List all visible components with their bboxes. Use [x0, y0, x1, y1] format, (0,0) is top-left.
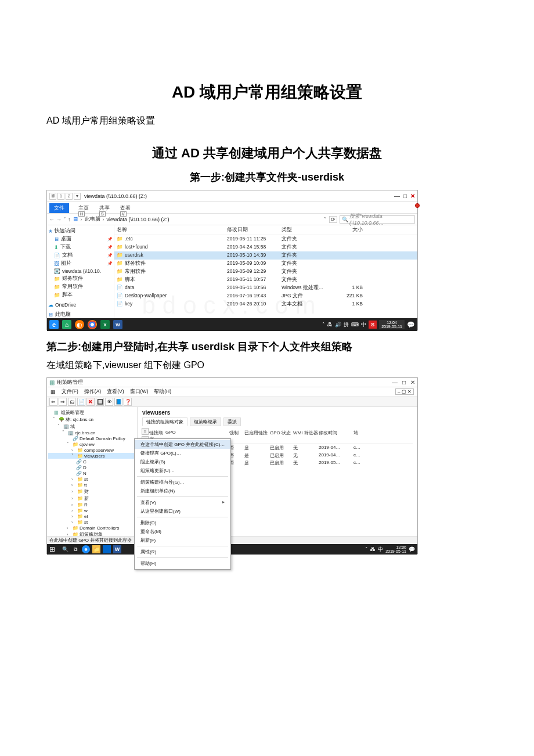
tree-ou[interactable]: ›📁et: [48, 513, 136, 519]
nav-thispc[interactable]: 🖥此电脑: [48, 311, 113, 318]
recent-dropdown[interactable]: ˅: [63, 217, 66, 222]
tree-gpo-link[interactable]: 🔗D: [48, 465, 136, 470]
tab-gp-inheritance[interactable]: 组策略继承: [190, 417, 221, 426]
tree-gpo-link[interactable]: 🔗N: [48, 470, 136, 476]
tree-ou-viewusers[interactable]: ˅📁viewusers: [48, 453, 136, 459]
maximize-button[interactable]: □: [403, 193, 407, 199]
breadcrumb-current[interactable]: viewdata (\\10.10.0.66) (Z:): [107, 217, 169, 222]
tool-delete-icon[interactable]: ✖: [86, 398, 95, 406]
tab-share[interactable]: 共享 S: [98, 203, 111, 213]
nav-downloads[interactable]: ⬇下载📌: [48, 243, 113, 251]
taskbar-explorer-icon[interactable]: 📁: [92, 545, 100, 553]
tray-clock[interactable]: 12:04 2019-05-11: [379, 320, 405, 329]
taskbar-word-icon[interactable]: W: [113, 320, 122, 329]
breadcrumb-pc[interactable]: 此电脑: [85, 215, 100, 223]
minimize-button[interactable]: —: [394, 193, 400, 199]
col-state[interactable]: GPO 状态: [270, 430, 293, 442]
nav-desktop[interactable]: 🖥桌面📌: [48, 235, 113, 243]
tree-ddp[interactable]: 🔗Default Domain Policy: [48, 435, 136, 441]
tray-notifications-icon[interactable]: 💬: [407, 321, 415, 329]
taskbar-app-icon[interactable]: [103, 545, 111, 553]
up-button[interactable]: ↑: [68, 217, 71, 222]
tray-ime-icon[interactable]: 拼: [344, 321, 349, 329]
order-top-button[interactable]: ≡: [142, 428, 149, 435]
tab-home[interactable]: 主页 H: [77, 203, 90, 213]
tree-ou[interactable]: ›📁st: [48, 519, 136, 525]
file-row[interactable]: 📄data2019-05-11 10:56Windows 批处理…1 KB: [114, 284, 417, 292]
col-date[interactable]: 修改日期: [227, 226, 282, 233]
tool-help-icon[interactable]: 📘: [114, 398, 122, 406]
file-row[interactable]: 📄Desktop-Wallpaper2016-07-16 19:43JPG 文件…: [114, 292, 417, 300]
minimize-button[interactable]: —: [392, 379, 398, 386]
ctx-block-inherit[interactable]: 阻止继承(B): [135, 458, 230, 466]
qat-dropdown-icon[interactable]: ▾: [74, 193, 81, 200]
menu-window[interactable]: 窗口(W): [130, 388, 149, 395]
tool-page-icon[interactable]: 📄: [77, 398, 85, 406]
file-row[interactable]: 📁lost+found2019-04-24 15:58文件夹: [114, 243, 417, 251]
tree-ou[interactable]: ›📁新: [48, 495, 136, 502]
tool-fwd-icon[interactable]: ⇒: [59, 398, 67, 406]
tab-linked-gpos[interactable]: 链接的组策略对象: [142, 417, 187, 426]
menu-help[interactable]: 帮助(H): [154, 388, 171, 395]
file-row[interactable]: 📁.etc2019-05-11 11:25文件夹: [114, 235, 417, 243]
ctx-help[interactable]: 帮助(H): [135, 559, 230, 568]
nav-common[interactable]: 📁常用软件: [48, 283, 113, 291]
nav-scripts[interactable]: 📁脚本: [48, 291, 113, 299]
tree-gpo-link[interactable]: 🔗C: [48, 459, 136, 465]
qat-icon[interactable]: 2: [66, 193, 73, 200]
taskbar-word-icon[interactable]: W: [113, 545, 121, 553]
start-button[interactable]: ⊞: [49, 545, 59, 553]
tree-ou[interactable]: ›📁R: [48, 502, 136, 507]
search-input[interactable]: 🔍 搜索"viewdata (\\10.10.0.66…: [340, 215, 415, 224]
tool-q-icon[interactable]: ❓: [124, 398, 132, 406]
qat-icon[interactable]: 1: [57, 193, 64, 200]
close-button[interactable]: ✕: [410, 193, 415, 199]
taskbar-store-icon[interactable]: ⌂: [62, 320, 71, 329]
nav-onedrive[interactable]: ☁OneDrive: [48, 301, 113, 308]
tray-network-icon[interactable]: 🖧: [370, 546, 376, 552]
tray-volume-icon[interactable]: 🔊: [335, 322, 341, 327]
col-type[interactable]: 类型: [282, 226, 334, 233]
taskbar-chrome-icon[interactable]: [88, 320, 97, 329]
tree-domain-controllers[interactable]: ›📁Domain Controllers: [48, 525, 136, 531]
file-row[interactable]: 📁脚本2019-05-11 10:57文件夹: [114, 276, 417, 284]
forward-button[interactable]: →: [56, 217, 62, 222]
tab-file[interactable]: 文件: [49, 203, 69, 213]
tray-notifications-icon[interactable]: 💬: [409, 546, 415, 552]
ctx-gp-modeling[interactable]: 组策略建模向导(G)…: [135, 478, 230, 487]
taskbar-excel-icon[interactable]: X: [100, 320, 110, 329]
nav-documents[interactable]: 📄文档📌: [48, 251, 113, 260]
tray-clock[interactable]: 13:06 2019-05-11: [385, 545, 406, 553]
breadcrumb[interactable]: 🖥 › 此电脑 › viewdata (\\10.10.0.66) (Z:): [73, 215, 323, 223]
taskbar-search-icon[interactable]: 🔍: [61, 545, 69, 553]
back-button[interactable]: ←: [49, 217, 55, 222]
tree-ou-cjcview[interactable]: ˅📁cjcview: [48, 441, 136, 447]
col-size[interactable]: 大小: [334, 226, 363, 233]
col-name[interactable]: 名称: [117, 226, 227, 233]
nav-viewdata[interactable]: 💽viewdata (\\10.10.: [48, 268, 113, 275]
col-modified[interactable]: 修改时间: [319, 430, 353, 442]
nav-pictures[interactable]: 🖼图片📌: [48, 260, 113, 268]
tool-view-icon[interactable]: 👁: [105, 398, 113, 406]
tray-sogou-icon[interactable]: S: [369, 321, 377, 329]
ctx-refresh[interactable]: 刷新(F): [135, 536, 230, 545]
column-headers[interactable]: 名称 修改日期 类型 大小: [114, 225, 417, 235]
taskbar-taskview-icon[interactable]: ⧉: [71, 545, 80, 553]
tool-props-icon[interactable]: 🔲: [96, 398, 104, 406]
tray-ime-icon[interactable]: 中: [378, 546, 383, 553]
tree-ou[interactable]: ›📁w: [48, 507, 136, 513]
mdi-controls[interactable]: – ▢ ✕: [395, 388, 414, 395]
ctx-delete[interactable]: 删除(D): [135, 519, 230, 527]
file-row[interactable]: 📁userdisk2019-05-10 14:39文件夹: [114, 251, 417, 260]
col-link-enabled[interactable]: 已启用链接: [244, 430, 270, 442]
tray-up-icon[interactable]: ˄: [365, 546, 368, 552]
qat-icon[interactable]: 🖥: [49, 193, 56, 200]
tray-ime2-icon[interactable]: 中: [361, 321, 366, 329]
refresh-button[interactable]: ⟳: [329, 216, 337, 223]
nav-fin[interactable]: 📁财务软件: [48, 275, 113, 283]
tree-domains[interactable]: ˅🏢域: [48, 423, 136, 430]
ctx-new-ou[interactable]: 新建组织单位(N): [135, 487, 230, 495]
nav-quick-access[interactable]: ★快速访问: [48, 227, 113, 235]
file-row[interactable]: 📁财务软件2019-05-09 10:09文件夹: [114, 260, 417, 268]
tree-root[interactable]: ▦组策略管理: [48, 409, 136, 416]
